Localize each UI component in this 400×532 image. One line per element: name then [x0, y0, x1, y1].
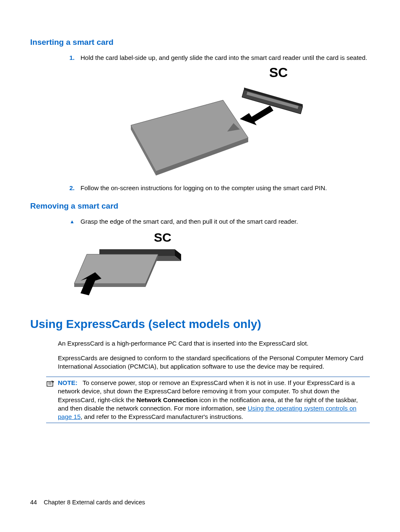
triangle-bullet-icon: ▲: [58, 217, 81, 226]
paragraph: ExpressCards are designed to conform to …: [58, 354, 370, 371]
ordered-list-inserting: 1. Hold the card label-side up, and gent…: [58, 54, 370, 62]
step-number: 1.: [58, 54, 81, 62]
heading-expresscards: Using ExpressCards (select models only): [30, 316, 370, 332]
list-item: 1. Hold the card label-side up, and gent…: [58, 54, 370, 62]
note-icon: [46, 379, 56, 421]
sc-label: SC: [154, 230, 171, 244]
list-item: ▲ Grasp the edge of the smart card, and …: [58, 217, 370, 226]
step-number: 2.: [58, 184, 81, 192]
note-bold: Network Connection: [137, 396, 198, 403]
heading-inserting: Inserting a smart card: [30, 37, 370, 48]
bullet-list-removing: ▲ Grasp the edge of the smart card, and …: [58, 217, 370, 226]
chapter-label: Chapter 8 External cards and devices: [44, 499, 145, 506]
page-footer: 44 Chapter 8 External cards and devices: [30, 498, 145, 507]
step-text: Hold the card label-side up, and gently …: [81, 54, 370, 62]
bullet-text: Grasp the edge of the smart card, and th…: [81, 217, 370, 226]
page-number: 44: [30, 499, 37, 506]
note-text: NOTE: To conserve power, stop or remove …: [56, 379, 370, 421]
sc-label: SC: [269, 65, 288, 80]
note-box: NOTE: To conserve power, stop or remove …: [46, 377, 370, 423]
step-text: Follow the on-screen instructions for lo…: [81, 184, 370, 192]
ordered-list-inserting-2: 2. Follow the on-screen instructions for…: [58, 184, 370, 192]
list-item: 2. Follow the on-screen instructions for…: [58, 184, 370, 192]
heading-removing: Removing a smart card: [30, 201, 370, 212]
illustration-insert-card: SC: [30, 65, 370, 180]
document-page: Inserting a smart card 1. Hold the card …: [0, 0, 400, 532]
illustration-remove-card: SC: [68, 228, 370, 306]
paragraph: An ExpressCard is a high-performance PC …: [58, 339, 370, 348]
note-part3: , and refer to the ExpressCard manufactu…: [81, 413, 243, 420]
svg-marker-3: [240, 106, 273, 125]
note-label: NOTE:: [58, 379, 78, 386]
